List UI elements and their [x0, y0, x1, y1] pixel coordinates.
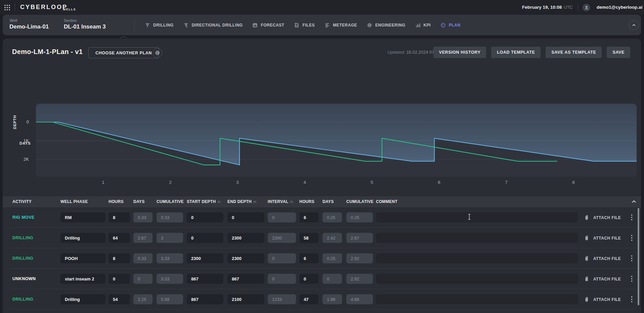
start-depth-input[interactable]	[187, 274, 223, 284]
attach-file-button[interactable]: ATTACH FILE	[584, 289, 621, 310]
attach-file-button[interactable]: ATTACH FILE	[584, 310, 621, 313]
drilling-icon	[145, 23, 150, 28]
start-depth-input[interactable]	[187, 253, 223, 263]
app-grid-icon[interactable]	[4, 4, 10, 12]
hours-input[interactable]	[109, 212, 130, 222]
text-cursor-pointer	[467, 214, 471, 220]
plan-panel: Demo-LM-1-PLan - v1 CHOOSE ANOTHER PLAN …	[3, 39, 641, 313]
tab-plan[interactable]: PLAN	[441, 23, 461, 28]
hours-input[interactable]	[109, 294, 130, 304]
hours-2-input[interactable]	[299, 253, 318, 263]
y-tick-label: 2K	[9, 157, 29, 162]
well-phase-input[interactable]	[60, 233, 105, 243]
column-header-hours: HOURS	[109, 196, 124, 207]
row-menu-kebab-icon[interactable]	[628, 253, 635, 264]
row-menu-kebab-icon[interactable]	[628, 232, 635, 243]
start-depth-input[interactable]	[187, 233, 223, 243]
attach-file-button[interactable]: ATTACH FILE	[584, 248, 621, 269]
topbar-divider-2	[578, 3, 578, 11]
cyberloop-logo: CYBERLOOP	[20, 4, 68, 11]
well-phase-input[interactable]	[60, 274, 105, 284]
comment-input[interactable]	[376, 294, 578, 304]
timezone-label: UTC	[564, 5, 573, 10]
app-window: CYBERLOOP WELLS February 19, 10:08 UTC d…	[0, 0, 644, 313]
hours-input[interactable]	[109, 233, 130, 243]
tab-label: KPI	[424, 23, 431, 28]
tab-meterage[interactable]: METERAGE	[325, 23, 357, 28]
hours-2-input[interactable]	[299, 212, 318, 222]
calendar-icon	[253, 23, 257, 28]
end-depth-input[interactable]	[227, 253, 264, 263]
well-phase-input[interactable]	[60, 212, 105, 222]
interval-input	[268, 212, 296, 222]
days-2-input	[323, 233, 342, 243]
updated-timestamp: Updated: 16.02.2024 07:45	[387, 50, 440, 55]
tab-kpi[interactable]: KPI	[416, 23, 431, 28]
start-depth-input[interactable]	[187, 212, 223, 222]
top-bar: CYBERLOOP WELLS February 19, 10:08 UTC d…	[0, 0, 644, 15]
attach-file-button[interactable]: ATTACH FILE	[584, 228, 621, 248]
end-depth-input[interactable]	[227, 274, 264, 284]
tab-label: DRILLING	[153, 23, 174, 28]
end-depth-input[interactable]	[227, 294, 264, 304]
row-menu-kebab-icon[interactable]	[628, 294, 635, 305]
well-phase-input[interactable]	[60, 253, 105, 263]
comment-input[interactable]	[376, 212, 578, 222]
cumulative-input	[157, 212, 183, 222]
save-button[interactable]: SAVE	[607, 47, 630, 58]
attach-file-button[interactable]: ATTACH FILE	[584, 207, 621, 228]
choose-another-plan-button[interactable]: CHOOSE ANOTHER PLAN	[88, 47, 159, 58]
hours-2-input[interactable]	[299, 294, 318, 304]
x-tick-label: 5	[365, 180, 379, 185]
tab-files[interactable]: FILES	[294, 23, 315, 28]
tab-label: ENGINEERING	[375, 23, 405, 28]
user-email[interactable]: demo1@cyberloop.ai	[597, 5, 642, 10]
comment-input[interactable]	[376, 274, 578, 284]
version-history-button[interactable]: VERSION HISTORY	[433, 47, 486, 58]
cumulative-2-input	[346, 212, 373, 222]
stage-table-header: ACTIVITYWELL PHASEHOURSDAYSCUMULATIVESTA…	[3, 196, 641, 207]
end-depth-input[interactable]	[227, 233, 264, 243]
user-icon	[584, 5, 589, 10]
tab-directional-drilling[interactable]: DIRECTIONAL DRILLING	[184, 23, 243, 28]
load-template-button[interactable]: LOAD TEMPLATE	[491, 47, 541, 58]
section-name: DL-01 Inseam 3	[64, 23, 106, 30]
row-menu-kebab-icon[interactable]	[628, 273, 635, 284]
x-tick-label: 6	[432, 180, 446, 185]
column-header-end-depth: END DEPTHm	[227, 196, 257, 207]
bar-chart-icon	[416, 23, 420, 28]
gear-icon	[367, 23, 372, 28]
column-header-hours: HOURS	[299, 196, 314, 207]
avatar[interactable]	[583, 4, 590, 11]
table-row: RIG MOVEATTACH FILE	[3, 207, 641, 228]
end-depth-input[interactable]	[227, 212, 264, 222]
save-as-template-button[interactable]: SAVE AS TEMPLATE	[546, 47, 602, 58]
well-phase-input[interactable]	[60, 294, 105, 304]
collapse-table-icon[interactable]	[631, 199, 638, 205]
days-2-input	[323, 212, 342, 222]
hours-input[interactable]	[109, 253, 130, 263]
hours-2-input[interactable]	[299, 274, 318, 284]
attach-file-button[interactable]: ATTACH FILE	[584, 269, 621, 289]
days-input	[133, 253, 153, 263]
comment-input[interactable]	[376, 233, 578, 243]
paperclip-icon	[584, 297, 589, 302]
tab-forecast[interactable]: FORECAST	[253, 23, 284, 28]
plan-settings-button[interactable]	[153, 48, 162, 58]
tab-engineering[interactable]: ENGINEERING	[367, 23, 405, 28]
hours-2-input[interactable]	[299, 233, 318, 243]
row-menu-kebab-icon[interactable]	[628, 212, 635, 223]
meterage-lines-icon	[325, 23, 330, 28]
tab-drilling[interactable]: DRILLING	[145, 23, 174, 28]
attach-file-label: ATTACH FILE	[593, 256, 621, 261]
paperclip-icon	[584, 235, 589, 241]
start-depth-input[interactable]	[187, 294, 223, 304]
hours-input[interactable]	[109, 274, 130, 284]
cumulative-2-input	[346, 253, 373, 263]
file-icon	[294, 23, 299, 28]
cumulative-input	[157, 233, 183, 243]
section-label: Section	[64, 18, 77, 22]
comment-input[interactable]	[376, 253, 578, 263]
table-scrollbar[interactable]	[638, 208, 639, 305]
collapse-nav-button[interactable]	[629, 20, 639, 30]
